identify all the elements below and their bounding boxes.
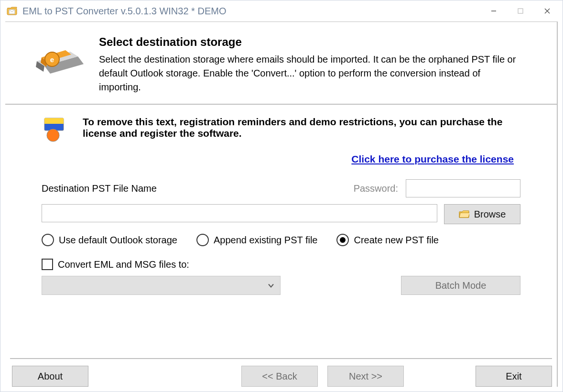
radio-create-new-pst[interactable]: Create new PST file (336, 234, 439, 246)
purchase-license-link[interactable]: Click here to purchase the license (351, 153, 514, 164)
radio-label: Append existing PST file (214, 235, 318, 246)
radio-use-default-outlook[interactable]: Use default Outlook storage (42, 234, 177, 246)
demo-notice-text: To remove this text, registration remind… (83, 116, 520, 139)
convert-checkbox-label: Convert EML and MSG files to: (58, 259, 189, 270)
about-label: About (38, 371, 63, 382)
batch-mode-label: Batch Mode (435, 280, 487, 291)
exit-button[interactable]: Exit (476, 366, 552, 387)
next-label: Next >> (349, 371, 382, 382)
minimize-button[interactable] (480, 1, 507, 21)
demo-notice-icon (42, 116, 68, 145)
about-button[interactable]: About (12, 366, 88, 387)
client-area: e Select destination storage Select the … (0, 22, 563, 392)
wizard-header: e Select destination storage Select the … (5, 22, 557, 105)
svg-rect-3 (518, 9, 523, 13)
wizard-heading: Select destination storage (99, 35, 520, 49)
back-label: << Back (262, 371, 297, 382)
back-button: << Back (241, 366, 318, 387)
radio-append-existing-pst[interactable]: Append existing PST file (196, 234, 318, 246)
svg-rect-14 (44, 118, 64, 124)
app-window: EML to PST Converter v.5.0.1.3 WIN32 * D… (0, 0, 563, 392)
batch-mode-button[interactable]: Batch Mode (401, 276, 520, 295)
chevron-down-icon (268, 281, 274, 291)
password-label: Password: (354, 183, 398, 194)
wizard-footer: About << Back Next >> Exit (5, 359, 557, 387)
storage-icon: e (30, 38, 87, 88)
destination-form: Destination PST File Name Password: (5, 174, 557, 295)
convert-checkbox[interactable]: Convert EML and MSG files to: (42, 259, 520, 270)
svg-text:e: e (50, 55, 54, 64)
title-bar: EML to PST Converter v.5.0.1.3 WIN32 * D… (0, 0, 563, 22)
storage-mode-radios: Use default Outlook storage Append exist… (42, 234, 520, 246)
app-icon (6, 5, 18, 17)
next-button: Next >> (327, 366, 404, 387)
folder-icon (459, 210, 469, 218)
destination-filename-label: Destination PST File Name (42, 183, 157, 194)
checkbox-box-icon (42, 259, 53, 270)
wizard-description: Select the destination storage where ema… (99, 53, 520, 94)
close-button[interactable] (534, 1, 561, 21)
convert-format-select (42, 276, 281, 295)
browse-button[interactable]: Browse (444, 204, 520, 224)
window-title: EML to PST Converter v.5.0.1.3 WIN32 * D… (22, 6, 226, 17)
exit-label: Exit (506, 371, 521, 382)
destination-filename-input[interactable] (42, 204, 437, 222)
demo-notice: To remove this text, registration remind… (5, 105, 557, 150)
maximize-button (507, 1, 534, 21)
svg-point-15 (47, 129, 59, 142)
radio-label: Use default Outlook storage (59, 235, 177, 246)
browse-button-label: Browse (474, 209, 506, 220)
radio-label: Create new PST file (354, 235, 439, 246)
password-input[interactable] (406, 179, 520, 197)
